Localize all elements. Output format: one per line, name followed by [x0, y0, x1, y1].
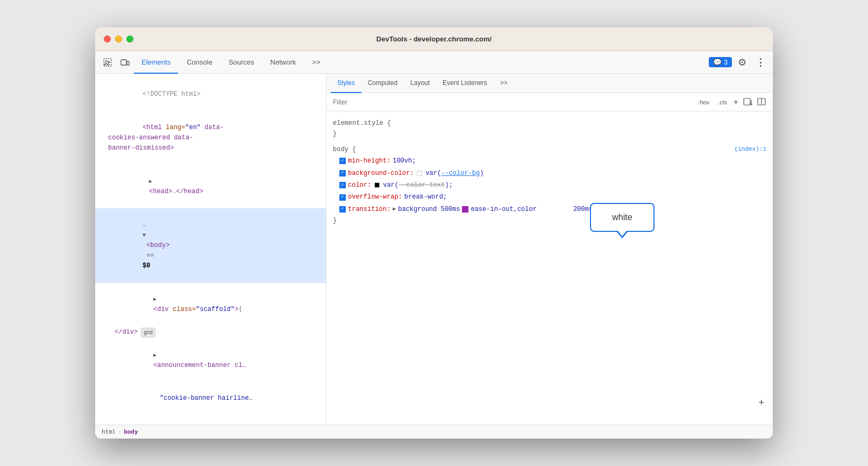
add-rule-button[interactable]: + [758, 398, 764, 408]
prop-transition: ✓ transition: ▶ background 500ms ease-in… [333, 203, 766, 215]
element-style-selector: element.style { [333, 118, 766, 129]
cls-button[interactable]: .cls [716, 98, 729, 106]
prop-overflow-wrap: ✓ overflow-wrap: break-word; [333, 191, 766, 203]
breadcrumb-html[interactable]: html [102, 428, 116, 435]
elements-panel: <!DOCTYPE html> <html lang="en" data-coo… [95, 74, 326, 425]
new-style-rule-icon[interactable] [743, 97, 752, 108]
dom-html-open[interactable]: <html lang="en" data-cookies-answered da… [95, 111, 326, 165]
source-link[interactable]: (index):1 [735, 144, 766, 155]
chat-icon: 💬 [713, 58, 722, 66]
titlebar: DevTools - developer.chrome.com/ [95, 27, 773, 51]
notification-badge[interactable]: 💬 3 [709, 57, 732, 67]
transition-expand-arrow[interactable]: ▶ [393, 204, 396, 214]
toolbar-right: 💬 3 ⚙ ⋮ [709, 54, 769, 70]
tab-computed[interactable]: Computed [361, 74, 404, 93]
checkbox-transition[interactable]: ✓ [339, 206, 346, 213]
dom-storage-key[interactable]: storage-key="user-cooki… [95, 415, 326, 425]
tab-more-styles[interactable]: >> [494, 74, 514, 93]
color-tooltip: white [590, 203, 654, 232]
prop-min-height: ✓ min-height: 100vh; [333, 155, 766, 167]
dom-announcement[interactable]: ▶ <announcement-banner cl… [95, 339, 326, 383]
tab-more-panels[interactable]: >> [304, 51, 328, 74]
dom-div-scaffold[interactable]: ▶ <div class="scaffold">⟨ [95, 283, 326, 327]
tab-layout[interactable]: Layout [404, 74, 436, 93]
body-rule: body { (index):1 ✓ min-height: 100vh; ✓ [326, 142, 773, 229]
expand-announcement-arrow[interactable]: ▶ [153, 352, 156, 358]
breadcrumb-body[interactable]: body [124, 428, 138, 435]
expand-scaffold-arrow[interactable]: ▶ [153, 296, 156, 302]
body-close-brace: } [333, 215, 766, 226]
devtools-window: DevTools - developer.chrome.com/ Element… [95, 27, 773, 439]
inspector-icon[interactable] [99, 54, 116, 70]
dom-body[interactable]: … ▼ <body> == $0 [95, 208, 326, 283]
hov-button[interactable]: :hov [696, 98, 712, 106]
color-swatch-text[interactable] [374, 182, 380, 188]
breadcrumb-bar: html › body [95, 425, 773, 439]
css-content: element.style { } body { (index):1 [326, 111, 773, 425]
main-toolbar: Elements Console Sources Network >> 💬 3 … [95, 51, 773, 74]
device-toolbar-icon[interactable] [117, 54, 133, 70]
expand-body-arrow[interactable]: ▼ [143, 232, 146, 238]
prop-background-color: ✓ background-color: var(--color-bg) [333, 167, 766, 179]
maximize-button[interactable] [126, 36, 133, 43]
tab-sources[interactable]: Sources [221, 51, 262, 74]
dom-doctype: <!DOCTYPE html> [95, 78, 326, 111]
add-style-icon[interactable]: + [734, 97, 738, 107]
traffic-lights [104, 36, 133, 43]
body-selector-line: body { (index):1 [333, 144, 766, 155]
filter-input[interactable] [333, 98, 692, 106]
tab-console[interactable]: Console [179, 51, 220, 74]
color-swatch-transition-purple[interactable] [462, 206, 468, 213]
more-options-icon[interactable]: ⋮ [752, 54, 769, 70]
toggle-sidebar-icon[interactable] [757, 97, 766, 108]
checkbox-background-color[interactable]: ✓ [339, 170, 346, 176]
color-bg-link[interactable]: --color-bg [441, 170, 480, 177]
dom-div-close[interactable]: </div> grid [95, 326, 326, 338]
prop-color: ✓ color: var(--color-text); [333, 179, 766, 191]
element-style-rule: element.style { } [326, 116, 773, 142]
checkbox-color[interactable]: ✓ [339, 182, 346, 188]
minimize-button[interactable] [115, 36, 122, 43]
dom-head[interactable]: ▶ <head>…</head> [95, 165, 326, 209]
color-swatch-bg[interactable] [417, 171, 422, 176]
badge-count: 3 [724, 59, 728, 66]
element-style-close: } [333, 129, 766, 139]
styles-panel: Styles Computed Layout Event Listeners >… [326, 74, 773, 425]
close-button[interactable] [104, 36, 111, 43]
devtools-body: Elements Console Sources Network >> 💬 3 … [95, 51, 773, 439]
styles-subtabs: Styles Computed Layout Event Listeners >… [326, 74, 773, 93]
expand-head-arrow[interactable]: ▶ [149, 179, 152, 185]
grid-badge[interactable]: grid [141, 328, 155, 337]
tab-event-listeners[interactable]: Event Listeners [436, 74, 494, 93]
filter-bar: :hov .cls + [326, 93, 773, 111]
settings-icon[interactable]: ⚙ [734, 54, 750, 70]
tab-styles[interactable]: Styles [331, 74, 361, 93]
checkbox-min-height[interactable]: ✓ [339, 158, 346, 164]
svg-rect-3 [744, 98, 750, 105]
svg-rect-2 [127, 61, 129, 65]
body-selector: body { [333, 144, 356, 155]
filter-actions: :hov .cls + [696, 97, 766, 108]
tab-network[interactable]: Network [263, 51, 304, 74]
tooltip-text: white [612, 213, 632, 222]
tooltip-box: white [590, 203, 654, 232]
tab-elements[interactable]: Elements [134, 51, 178, 74]
svg-rect-1 [121, 60, 126, 65]
checkbox-overflow-wrap[interactable]: ✓ [339, 194, 346, 201]
window-title: DevTools - developer.chrome.com/ [376, 35, 492, 43]
dom-cookie-banner[interactable]: "cookie-banner hairline… [95, 382, 326, 415]
main-content: <!DOCTYPE html> <html lang="en" data-coo… [95, 74, 773, 425]
